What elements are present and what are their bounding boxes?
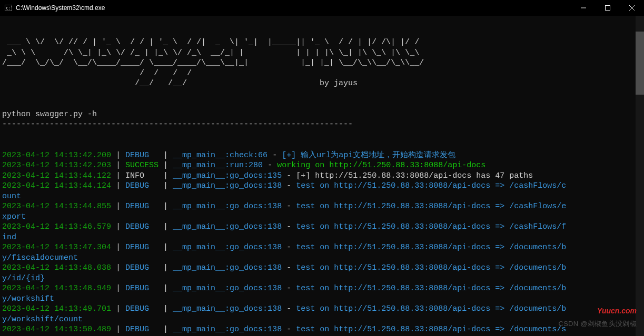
log-level: DEBUG [125, 151, 163, 160]
scrollbar-track[interactable] [636, 16, 644, 336]
log-message: [+] http://51.250.88.33:8088/api-docs ha… [296, 171, 533, 180]
log-separator: | [163, 263, 173, 272]
log-separator: | [163, 171, 173, 180]
log-message-wrap: y/id/{id} [2, 273, 644, 284]
log-separator: - [282, 284, 296, 293]
log-timestamp: 2023-04-12 14:13:44.124 [2, 181, 111, 190]
log-message: test on http://51.250.88.33:8088/api-doc… [296, 243, 566, 252]
log-source: __mp_main__:go_docs:138 [173, 222, 282, 231]
log-level: SUCCESS [125, 161, 163, 170]
log-source: __mp_main__:go_docs:138 [173, 202, 282, 211]
log-separator: | [111, 202, 125, 211]
log-level: DEBUG [125, 222, 163, 231]
log-separator: - [263, 161, 277, 170]
log-row: 2023-04-12 14:13:44.122 | INFO | __mp_ma… [2, 171, 644, 181]
log-message-wrap: ind [2, 232, 644, 243]
log-separator: | [111, 284, 125, 293]
log-timestamp: 2023-04-12 14:13:48.038 [2, 263, 111, 272]
watermark-site: Yuucn.com [597, 306, 637, 317]
log-source: __mp_main__:go_docs:138 [173, 284, 282, 293]
log-message-wrap: xport [2, 212, 644, 222]
log-level: INFO [125, 171, 163, 180]
log-message: test on http://51.250.88.33:8088/api-doc… [296, 284, 566, 293]
log-message: working on http://51.250.88.33:8088/api-… [277, 161, 486, 170]
log-separator: - [282, 202, 296, 211]
log-source: __mp_main__:go_docs:138 [173, 263, 282, 272]
log-level: DEBUG [125, 304, 163, 313]
close-button[interactable] [620, 0, 644, 16]
log-separator: | [163, 202, 173, 211]
log-timestamp: 2023-04-12 14:13:46.579 [2, 222, 111, 231]
log-separator: | [111, 171, 125, 180]
log-timestamp: 2023-04-12 14:13:47.304 [2, 243, 111, 252]
terminal-output[interactable]: ___ \ \/ \/ // / | '_ \ / / | '_ \ / /| … [0, 16, 644, 336]
log-source: __mp_main__:go_docs:138 [173, 304, 282, 313]
log-message: test on http://51.250.88.33:8088/api-doc… [296, 202, 566, 211]
log-timestamp: 2023-04-12 14:13:48.949 [2, 284, 111, 293]
log-message: test on http://51.250.88.33:8088/api-doc… [296, 222, 566, 231]
scrollbar-thumb[interactable] [636, 32, 644, 95]
window-title: C:\Windows\System32\cmd.exe [16, 4, 105, 12]
log-row: 2023-04-12 14:13:50.489 | DEBUG | __mp_m… [2, 324, 644, 335]
log-separator: | [111, 325, 125, 334]
log-source: __mp_main__:go_docs:135 [173, 171, 282, 180]
log-message: test on http://51.250.88.33:8088/api-doc… [296, 325, 566, 334]
log-level: DEBUG [125, 284, 163, 293]
cmd-icon: c:\ [4, 4, 13, 12]
log-message-wrap: y/workshift/count [2, 314, 644, 325]
log-timestamp: 2023-04-12 14:13:44.855 [2, 202, 111, 211]
log-separator: | [111, 181, 125, 190]
log-separator: | [163, 304, 173, 313]
log-row: 2023-04-12 14:13:46.579 | DEBUG | __mp_m… [2, 222, 644, 232]
log-row: 2023-04-12 14:13:42.200 | DEBUG | __mp_m… [2, 150, 644, 161]
watermark-csdn: CSDN @剁椒鱼头没剁椒 [558, 319, 637, 329]
maximize-button[interactable] [596, 0, 620, 16]
log-separator: | [163, 222, 173, 231]
log-source: __mp_main__:go_docs:138 [173, 243, 282, 252]
ascii-banner: ___ \ \/ \/ // / | '_ \ / / | '_ \ / /| … [2, 37, 644, 130]
log-lines: 2023-04-12 14:13:42.200 | DEBUG | __mp_m… [2, 150, 644, 337]
log-row: 2023-04-12 14:13:47.304 | DEBUG | __mp_m… [2, 242, 644, 253]
log-timestamp: 2023-04-12 14:13:42.203 [2, 161, 111, 170]
log-message: test on http://51.250.88.33:8088/api-doc… [296, 304, 566, 313]
log-message: test on http://51.250.88.33:8088/api-doc… [296, 181, 566, 190]
log-separator: - [282, 325, 296, 334]
log-timestamp: 2023-04-12 14:13:42.200 [2, 151, 111, 160]
log-row: 2023-04-12 14:13:44.124 | DEBUG | __mp_m… [2, 181, 644, 191]
log-separator: | [111, 151, 125, 160]
svg-rect-3 [606, 6, 610, 11]
log-separator: | [163, 284, 173, 293]
log-separator: | [163, 325, 173, 334]
log-message-wrap: ount [2, 191, 644, 202]
log-source: __mp_main__:go_docs:138 [173, 325, 282, 334]
log-separator: | [163, 243, 173, 252]
log-row: 2023-04-12 14:13:44.855 | DEBUG | __mp_m… [2, 201, 644, 212]
log-level: DEBUG [125, 202, 163, 211]
log-row: 2023-04-12 14:13:48.038 | DEBUG | __mp_m… [2, 263, 644, 273]
log-separator: | [111, 243, 125, 252]
log-level: DEBUG [125, 181, 163, 190]
log-row: 2023-04-12 14:13:42.203 | SUCCESS | __mp… [2, 160, 644, 171]
log-level: DEBUG [125, 325, 163, 334]
log-separator: - [282, 263, 296, 272]
log-source: __mp_main__:run:280 [173, 161, 263, 170]
log-separator: | [111, 161, 125, 170]
log-separator: - [282, 243, 296, 252]
log-separator: | [111, 222, 125, 231]
log-separator: | [163, 151, 173, 160]
log-message: test on http://51.250.88.33:8088/api-doc… [296, 263, 566, 272]
log-level: DEBUG [125, 263, 163, 272]
log-separator: | [111, 263, 125, 272]
log-separator: - [282, 181, 296, 190]
svg-text:c:\: c:\ [6, 6, 12, 11]
log-separator: - [267, 151, 282, 160]
log-row: 2023-04-12 14:13:48.949 | DEBUG | __mp_m… [2, 283, 644, 294]
log-separator: - [282, 304, 296, 313]
log-separator: - [282, 171, 296, 180]
log-message: [+] 输入url为api文档地址，开始构造请求发包 [282, 151, 455, 160]
minimize-button[interactable] [571, 0, 596, 16]
log-level: DEBUG [125, 243, 163, 252]
log-separator: | [111, 304, 125, 313]
log-timestamp: 2023-04-12 14:13:50.489 [2, 325, 111, 334]
log-separator: | [163, 181, 173, 190]
